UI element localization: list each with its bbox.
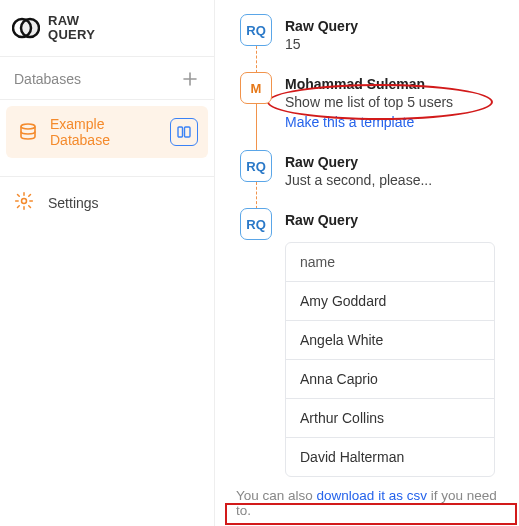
svg-rect-3 bbox=[178, 127, 183, 137]
message-row: RQ Raw Query name Amy Goddard Angela Whi… bbox=[223, 208, 519, 477]
brand-line1: RAW bbox=[48, 14, 95, 28]
brand-line2: QUERY bbox=[48, 28, 95, 42]
message-text: Show me list of top 5 users bbox=[285, 94, 509, 110]
message-row: RQ Raw Query 15 bbox=[223, 14, 519, 52]
svg-point-5 bbox=[22, 199, 27, 204]
message-row: RQ Raw Query Just a second, please... bbox=[223, 150, 519, 188]
message-row: M Mohammad Suleman Show me list of top 5… bbox=[223, 72, 519, 130]
table-row: Anna Caprio bbox=[286, 360, 494, 399]
message-sender: Raw Query bbox=[285, 154, 509, 170]
message-sender: Mohammad Suleman bbox=[285, 76, 509, 92]
databases-header: Databases bbox=[0, 56, 214, 100]
avatar-user: M bbox=[240, 72, 272, 104]
logo-icon bbox=[12, 14, 40, 42]
svg-point-2 bbox=[21, 124, 35, 129]
settings-label: Settings bbox=[48, 195, 99, 211]
gear-icon bbox=[14, 191, 34, 214]
table-row: Angela White bbox=[286, 321, 494, 360]
divider bbox=[0, 176, 214, 177]
svg-point-1 bbox=[21, 19, 39, 37]
sidebar: RAW QUERY Databases Example Database bbox=[0, 0, 215, 526]
database-item-label: Example Database bbox=[50, 116, 160, 148]
svg-rect-4 bbox=[185, 127, 191, 137]
download-csv-link[interactable]: download it as csv bbox=[317, 488, 427, 503]
sidebar-item-settings[interactable]: Settings bbox=[0, 181, 214, 224]
message-text: 15 bbox=[285, 36, 509, 52]
sidebar-item-example-database[interactable]: Example Database bbox=[6, 106, 208, 158]
footer-note: You can also download it as csv if you n… bbox=[230, 484, 517, 522]
avatar-rq: RQ bbox=[240, 14, 272, 46]
make-template-link[interactable]: Make this a template bbox=[285, 114, 414, 130]
table-row: David Halterman bbox=[286, 438, 494, 476]
message-sender: Raw Query bbox=[285, 18, 509, 34]
message-sender: Raw Query bbox=[285, 212, 509, 228]
result-table: name Amy Goddard Angela White Anna Capri… bbox=[285, 242, 495, 477]
table-row: Arthur Collins bbox=[286, 399, 494, 438]
table-row: Amy Goddard bbox=[286, 282, 494, 321]
avatar-rq: RQ bbox=[240, 150, 272, 182]
table-header: name bbox=[286, 243, 494, 282]
brand-logo: RAW QUERY bbox=[0, 0, 214, 56]
brand-text: RAW QUERY bbox=[48, 14, 95, 41]
message-text: Just a second, please... bbox=[285, 172, 509, 188]
database-icon bbox=[16, 120, 40, 144]
database-open-button[interactable] bbox=[170, 118, 198, 146]
avatar-rq: RQ bbox=[240, 208, 272, 240]
databases-label: Databases bbox=[14, 71, 81, 87]
add-database-button[interactable] bbox=[180, 69, 200, 89]
chat-panel: RQ Raw Query 15 M Mohammad Suleman Show … bbox=[215, 0, 519, 526]
